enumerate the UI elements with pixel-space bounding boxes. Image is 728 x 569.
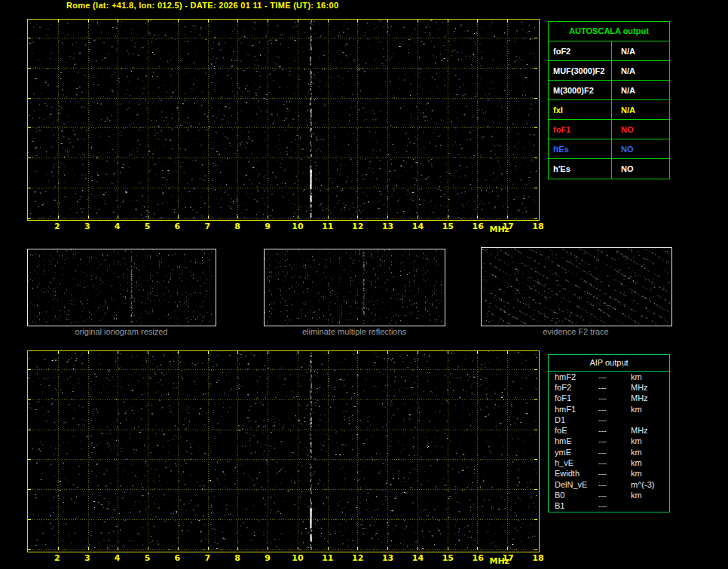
- x-axis-tick-label: 18: [532, 222, 543, 231]
- ionogram-top: [27, 19, 540, 221]
- x-axis-tick-label: 15: [442, 222, 454, 231]
- aip-row-unit: km: [631, 458, 669, 468]
- aip-row-unit: km: [631, 372, 669, 382]
- aip-row-label: Ewidth: [549, 469, 598, 479]
- aip-row: Ewidth---km: [549, 469, 669, 479]
- x-axis-tick-label: 2: [54, 222, 60, 231]
- ionogram-bottom: [27, 350, 540, 552]
- panel-eliminate-multiple-reflections: [264, 249, 445, 326]
- aip-row-label: ymE: [549, 448, 598, 457]
- aip-row-value: ---: [598, 436, 631, 446]
- x-axis-tick-label: 16: [473, 554, 484, 563]
- autoscala-rows: foF2N/AMUF(3000)F2N/AM(3000)F2N/AfxIN/Af…: [549, 41, 669, 179]
- x-axis-tick-label: 9: [265, 554, 271, 563]
- x-axis-tick-label: 11: [322, 222, 333, 231]
- aip-rows: hmF2---kmfoF2---MHzfoF1---MHzhmF1---kmD1…: [549, 372, 669, 512]
- x-axis-tick-label: 5: [145, 554, 151, 563]
- aip-row-unit: MHz: [631, 393, 669, 403]
- aip-row-label: hmF2: [549, 372, 598, 382]
- autoscala-row-value: NO: [612, 145, 634, 154]
- autoscala-row-label: fxI: [549, 100, 612, 119]
- autoscala-row-label: ftEs: [549, 139, 612, 158]
- x-axis-tick-label: 15: [442, 554, 454, 563]
- aip-row-value: ---: [598, 469, 631, 479]
- autoscala-row-label: foF1: [549, 120, 612, 139]
- panel-evidence-canvas: [482, 248, 670, 324]
- x-axis-tick-label: 13: [382, 554, 393, 563]
- x-axis-tick-label: 3: [84, 554, 90, 563]
- autoscala-row: MUF(3000)F2N/A: [549, 61, 669, 81]
- autoscala-row: M(3000)F2N/A: [549, 81, 669, 100]
- x-axis-tick-label: 8: [234, 554, 240, 563]
- x-axis-tick-label: 6: [175, 554, 181, 563]
- ionogram-bottom-canvas: [28, 351, 537, 550]
- panel-original-canvas: [28, 249, 214, 324]
- aip-row-unit: km: [631, 469, 669, 479]
- caption-original-ionogram-resized: original ionogram resized: [75, 327, 168, 336]
- caption-evidence-f2-trace: evidence F2 trace: [543, 327, 608, 336]
- autoscala-table-title: AUTOSCALA output: [549, 22, 669, 41]
- aip-row-unit: m^(-3): [631, 480, 669, 490]
- x-axis-tick-label: 10: [292, 222, 303, 231]
- x-axis-tick-label: 14: [412, 222, 424, 231]
- x-axis-tick-label: 2: [54, 554, 60, 563]
- aip-row-value: ---: [598, 491, 631, 500]
- autoscala-row-value: NO: [612, 164, 634, 173]
- ionogram-top-canvas: [28, 20, 537, 219]
- x-axis-tick-label: 6: [175, 222, 181, 231]
- x-axis-tick-label: 18: [532, 554, 543, 563]
- autoscala-row-label: h'Es: [549, 159, 612, 179]
- aip-row-value: ---: [598, 415, 631, 425]
- aip-row-label: foF2: [549, 383, 598, 393]
- aip-row: hmE---km: [549, 436, 669, 447]
- aip-row-label: hmE: [549, 436, 598, 446]
- aip-row-unit: km: [631, 491, 669, 500]
- x-axis-tick-label: 4: [115, 222, 121, 231]
- page-title: Rome (lat: +41.8, lon: 012.5) - DATE: 20…: [66, 1, 338, 10]
- aip-row-value: ---: [598, 405, 631, 415]
- aip-row-label: h_vE: [549, 458, 598, 468]
- x-axis-tick-label: 11: [322, 554, 333, 563]
- aip-row-value: ---: [598, 480, 631, 490]
- x-axis-tick-label: 7: [204, 222, 210, 231]
- autoscala-row: foF1NO: [549, 120, 669, 139]
- autoscala-row-value: N/A: [612, 66, 635, 75]
- aip-row-unit: km: [631, 405, 669, 415]
- panel-evidence-f2-trace: [481, 247, 672, 326]
- autoscala-table: AUTOSCALA output foF2N/AMUF(3000)F2N/AM(…: [548, 21, 670, 179]
- x-axis-tick-label: 4: [115, 554, 121, 563]
- caption-eliminate-multiple-reflections: eliminate multiple reflections: [302, 327, 406, 336]
- autoscala-row: h'EsNO: [549, 159, 669, 179]
- x-axis-tick-label: 9: [265, 222, 271, 231]
- x-axis-tick-label: 3: [84, 222, 90, 231]
- x-axis-tick-label: 10: [292, 554, 303, 563]
- aip-table: AIP output hmF2---kmfoF2---MHzfoF1---MHz…: [548, 354, 670, 512]
- aip-row-value: ---: [598, 448, 631, 457]
- aip-row: hmF1---km: [549, 404, 669, 415]
- aip-row-value: ---: [598, 426, 631, 436]
- aip-row: B1---: [549, 501, 669, 512]
- aip-row-value: ---: [598, 372, 631, 382]
- aip-row-unit: km: [631, 448, 669, 457]
- aip-row-value: ---: [598, 458, 631, 468]
- aip-row-label: B0: [549, 491, 598, 500]
- x-axis-tick-label: 16: [473, 222, 484, 231]
- aip-row: foF2---MHz: [549, 382, 669, 393]
- aip-row-label: foE: [549, 426, 598, 436]
- autoscala-row-value: N/A: [612, 106, 635, 115]
- aip-table-title: AIP output: [549, 355, 669, 372]
- x-axis-unit-label: MHz: [489, 225, 509, 234]
- autoscala-row: fxIN/A: [549, 100, 669, 120]
- aip-row-label: B1: [549, 501, 598, 511]
- aip-row-value: ---: [598, 501, 631, 511]
- aip-row: B0---km: [549, 490, 669, 500]
- autoscala-row-label: M(3000)F2: [549, 81, 612, 99]
- x-axis-tick-label: 13: [382, 222, 393, 231]
- autoscala-row-label: foF2: [549, 41, 612, 60]
- aip-row-value: ---: [598, 383, 631, 393]
- aip-row-unit: MHz: [631, 426, 669, 436]
- x-axis-tick-label: 14: [412, 554, 424, 563]
- aip-row: ymE---km: [549, 447, 669, 457]
- aip-row-label: DelN_vE: [549, 480, 598, 490]
- autoscala-row: ftEsNO: [549, 139, 669, 159]
